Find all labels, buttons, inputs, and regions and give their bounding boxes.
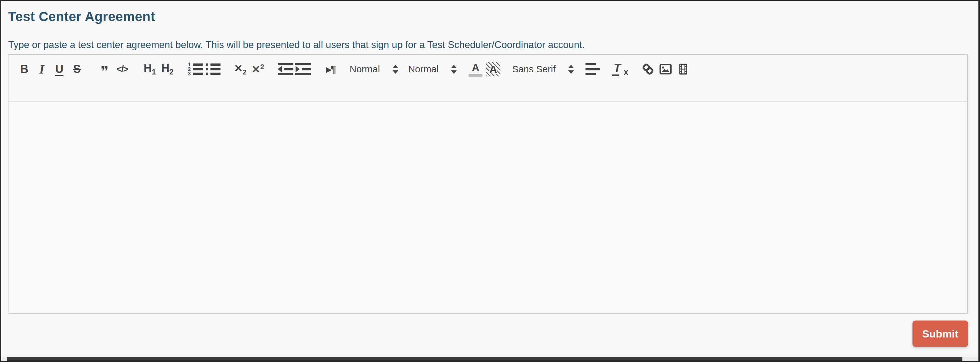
test-center-agreement-page: Test Center Agreement Type or paste a te… bbox=[0, 0, 980, 362]
format-group-block: ❞ </> bbox=[96, 61, 131, 77]
updown-arrows-icon bbox=[393, 65, 398, 74]
ordered-list-button[interactable]: 1 2 3 bbox=[186, 61, 204, 77]
header-1-icon: H1 bbox=[143, 62, 156, 77]
editor-toolbar: B I U S ❞ </> H1 H2 1 2 3 bbox=[8, 54, 968, 102]
submit-button[interactable]: Submit bbox=[912, 321, 968, 347]
page-title: Test Center Agreement bbox=[8, 9, 155, 24]
bold-icon: B bbox=[20, 62, 29, 76]
underline-button[interactable]: U bbox=[51, 61, 68, 77]
insert-image-button[interactable] bbox=[657, 61, 675, 77]
editor-content-area[interactable] bbox=[8, 102, 968, 314]
link-icon bbox=[641, 62, 655, 77]
updown-arrows-icon bbox=[568, 65, 574, 74]
underline-icon: U bbox=[55, 62, 64, 76]
rich-text-editor: B I U S ❞ </> H1 H2 1 2 3 bbox=[8, 54, 968, 314]
format-group-headers: H1 H2 bbox=[141, 61, 176, 77]
indent-icon bbox=[295, 63, 311, 75]
superscript-button[interactable]: ✕2 bbox=[249, 61, 267, 77]
header-1-button[interactable]: H1 bbox=[141, 61, 159, 77]
subscript-button[interactable]: ✕2 bbox=[231, 61, 249, 77]
format-group-align bbox=[584, 61, 601, 77]
format-group-inline: B I U S bbox=[15, 61, 86, 77]
background-color-button[interactable]: A bbox=[484, 61, 502, 77]
format-group-header-picker: Normal bbox=[408, 61, 457, 77]
blockquote-button[interactable]: ❞ bbox=[96, 61, 113, 77]
size-picker-value: Normal bbox=[350, 64, 380, 75]
clear-formatting-icon: T x bbox=[612, 62, 629, 77]
bold-button[interactable]: B bbox=[15, 61, 33, 77]
blockquote-icon: ❞ bbox=[101, 67, 109, 76]
format-group-colors: A A bbox=[467, 61, 502, 77]
text-direction-icon: ▸¶ bbox=[326, 63, 336, 75]
align-left-icon bbox=[585, 63, 600, 75]
format-group-media bbox=[639, 61, 692, 77]
font-picker-value: Sans Serif bbox=[512, 64, 555, 75]
header-2-icon: H2 bbox=[161, 62, 173, 77]
align-button[interactable] bbox=[584, 61, 601, 77]
outdent-button[interactable] bbox=[277, 61, 294, 77]
ordered-list-icon: 1 2 3 bbox=[187, 63, 203, 75]
outdent-icon bbox=[278, 63, 293, 75]
horizontal-scrollbar-thumb[interactable] bbox=[7, 357, 963, 361]
text-color-button[interactable]: A bbox=[467, 61, 484, 77]
updown-arrows-icon bbox=[451, 65, 457, 74]
video-icon bbox=[676, 62, 690, 77]
page-description: Type or paste a test center agreement be… bbox=[8, 39, 585, 51]
horizontal-scrollbar[interactable] bbox=[1, 357, 978, 361]
bullet-list-icon bbox=[205, 63, 221, 75]
strikethrough-button[interactable]: S bbox=[68, 61, 86, 77]
text-direction-button[interactable]: ▸¶ bbox=[322, 61, 340, 77]
header-picker[interactable]: Normal bbox=[408, 64, 457, 75]
format-group-lists: 1 2 3 bbox=[186, 61, 221, 77]
font-picker[interactable]: Sans Serif bbox=[512, 64, 574, 75]
indent-button[interactable] bbox=[294, 61, 312, 77]
size-picker[interactable]: Normal bbox=[350, 64, 398, 75]
insert-link-button[interactable] bbox=[639, 61, 657, 77]
format-group-direction: ▸¶ bbox=[322, 61, 340, 77]
format-group-font: Sans Serif bbox=[512, 61, 574, 77]
insert-video-button[interactable] bbox=[675, 61, 692, 77]
format-group-script: ✕2 ✕2 bbox=[231, 61, 267, 77]
code-block-icon: </> bbox=[116, 64, 128, 75]
superscript-icon: ✕2 bbox=[251, 63, 264, 75]
image-icon bbox=[659, 62, 673, 77]
text-color-icon: A bbox=[469, 62, 482, 77]
subscript-icon: ✕2 bbox=[234, 62, 247, 77]
bullet-list-button[interactable] bbox=[204, 61, 221, 77]
clear-formatting-button[interactable]: T x bbox=[612, 61, 629, 77]
format-group-indent bbox=[277, 61, 312, 77]
strikethrough-icon: S bbox=[73, 62, 81, 76]
italic-button[interactable]: I bbox=[33, 61, 51, 77]
header-picker-value: Normal bbox=[408, 64, 439, 75]
code-block-button[interactable]: </> bbox=[113, 61, 131, 77]
italic-icon: I bbox=[39, 62, 44, 77]
header-2-button[interactable]: H2 bbox=[159, 61, 176, 77]
format-group-size: Normal bbox=[350, 61, 398, 77]
background-color-icon: A bbox=[486, 62, 500, 77]
format-group-clean: T x bbox=[612, 61, 629, 77]
